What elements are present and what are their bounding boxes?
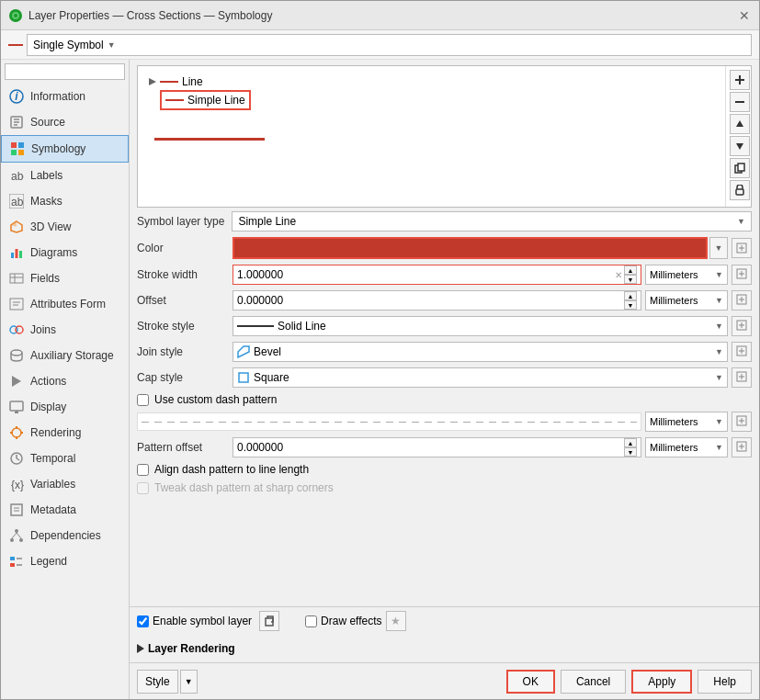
stroke-width-up-button[interactable]: ▲ xyxy=(624,265,637,275)
color-label: Color xyxy=(137,242,229,254)
remove-symbol-button[interactable] xyxy=(730,92,750,112)
svg-rect-54 xyxy=(10,563,15,567)
sidebar-item-legend[interactable]: Legend xyxy=(1,548,129,574)
masks-icon: abc xyxy=(8,193,25,209)
sidebar-item-label: Metadata xyxy=(30,503,76,516)
color-swatch[interactable] xyxy=(233,237,708,259)
sidebar-item-label: Variables xyxy=(30,478,75,491)
auxiliary-storage-icon xyxy=(8,347,25,364)
stroke-style-line-preview xyxy=(237,325,274,327)
bottom-area: Enable symbol layer Draw effects ★ xyxy=(130,606,759,638)
enable-symbol-layer-checkbox[interactable] xyxy=(137,615,149,627)
offset-input[interactable] xyxy=(237,294,624,307)
ok-button[interactable]: OK xyxy=(506,670,555,694)
line-label: Line xyxy=(182,75,203,88)
pattern-offset-data-defined-button[interactable] xyxy=(732,437,752,457)
sidebar-item-source[interactable]: Source xyxy=(1,109,129,135)
stroke-width-data-defined-button[interactable] xyxy=(732,265,752,285)
sidebar-item-dependencies[interactable]: Dependencies xyxy=(1,523,129,548)
align-dash-row: Align dash pattern to line length xyxy=(137,463,752,476)
sidebar-item-metadata[interactable]: Metadata xyxy=(1,497,129,523)
pattern-offset-unit-dropdown[interactable]: Millimeters ▼ xyxy=(645,437,728,457)
sidebar-search-input[interactable] xyxy=(5,63,125,80)
add-symbol-button[interactable] xyxy=(730,70,750,90)
color-data-defined-button[interactable] xyxy=(732,238,752,258)
stroke-width-clear-button[interactable]: ✕ xyxy=(615,270,622,280)
offset-unit-dropdown[interactable]: Millimeters ▼ xyxy=(645,290,728,310)
stroke-width-input[interactable] xyxy=(237,268,615,281)
custom-dash-row: Use custom dash pattern xyxy=(137,393,752,406)
symbol-tree-simple-line-item[interactable]: Simple Line xyxy=(160,90,251,110)
draw-effects-row: Draw effects ★ xyxy=(305,611,405,631)
sidebar-item-joins[interactable]: Joins xyxy=(1,317,129,343)
stroke-width-unit-dropdown[interactable]: Millimeters ▼ xyxy=(645,265,728,285)
apply-button[interactable]: Apply xyxy=(631,670,692,694)
stroke-width-down-button[interactable]: ▼ xyxy=(624,275,637,284)
svg-marker-63 xyxy=(736,143,743,150)
style-button[interactable]: Style xyxy=(137,670,178,694)
symbol-tree-line-item[interactable]: Line xyxy=(145,73,718,90)
sidebar-item-labels[interactable]: abc Labels xyxy=(1,163,129,188)
svg-rect-11 xyxy=(18,142,24,148)
custom-dash-checkbox[interactable] xyxy=(137,394,149,406)
offset-down-button[interactable]: ▼ xyxy=(624,300,637,310)
fields-icon xyxy=(8,270,25,287)
sidebar-item-label: Information xyxy=(30,90,85,103)
cap-style-data-defined-button[interactable] xyxy=(732,367,752,388)
sidebar-item-attributes-form[interactable]: Attributes Form xyxy=(1,291,129,317)
tweak-dash-checkbox[interactable] xyxy=(137,482,149,494)
pattern-offset-input[interactable] xyxy=(237,441,624,454)
move-down-button[interactable] xyxy=(730,136,750,156)
join-style-dropdown[interactable]: Bevel ▼ xyxy=(233,342,728,362)
svg-text:{x}: {x} xyxy=(11,479,24,491)
color-dropdown-button[interactable]: ▼ xyxy=(709,237,728,259)
pattern-offset-down-button[interactable]: ▼ xyxy=(624,447,637,457)
style-arrow-button[interactable]: ▼ xyxy=(180,670,198,694)
sidebar-item-label: Legend xyxy=(30,555,67,568)
dash-unit-dropdown[interactable]: Millimeters ▼ xyxy=(645,412,728,432)
draw-effects-settings-button[interactable]: ★ xyxy=(386,611,406,631)
offset-data-defined-button[interactable] xyxy=(732,290,752,310)
pattern-offset-up-button[interactable]: ▲ xyxy=(624,438,637,447)
stroke-style-data-defined-button[interactable] xyxy=(732,316,752,336)
symbol-layer-type-dropdown[interactable]: Simple Line ▼ xyxy=(232,211,752,231)
stroke-style-dropdown[interactable]: Solid Line ▼ xyxy=(233,316,728,336)
dependencies-icon xyxy=(8,527,25,544)
offset-up-button[interactable]: ▲ xyxy=(624,291,637,300)
sidebar-item-temporal[interactable]: Temporal xyxy=(1,446,129,471)
align-dash-checkbox[interactable] xyxy=(137,464,149,476)
svg-line-51 xyxy=(17,533,21,538)
stroke-style-label: Stroke style xyxy=(137,320,229,333)
paste-effects-button[interactable] xyxy=(259,611,279,631)
sidebar-item-3dview[interactable]: 3D View xyxy=(1,214,129,240)
layer-rendering-header: Layer Rendering xyxy=(137,642,752,655)
sidebar-item-label: Joins xyxy=(30,323,56,336)
svg-point-29 xyxy=(16,326,23,333)
sidebar-item-rendering[interactable]: Rendering xyxy=(1,420,129,446)
sidebar-item-auxiliary-storage[interactable]: Auxiliary Storage xyxy=(1,343,129,368)
sidebar-item-diagrams[interactable]: Diagrams xyxy=(1,240,129,265)
display-icon xyxy=(8,399,25,415)
sidebar-item-fields[interactable]: Fields xyxy=(1,265,129,291)
svg-rect-44 xyxy=(11,504,22,515)
sidebar-item-symbology[interactable]: Symbology xyxy=(1,135,129,163)
move-up-button[interactable] xyxy=(730,114,750,134)
draw-effects-checkbox[interactable] xyxy=(305,615,317,627)
cancel-button[interactable]: Cancel xyxy=(561,670,626,694)
sidebar-item-information[interactable]: i Information xyxy=(1,84,129,109)
symbol-type-dropdown[interactable]: Single Symbol ▼ xyxy=(27,34,752,56)
help-button[interactable]: Help xyxy=(698,670,752,694)
sidebar-item-actions[interactable]: Actions xyxy=(1,368,129,394)
join-style-data-defined-button[interactable] xyxy=(732,342,752,362)
close-button[interactable]: ✕ xyxy=(737,8,752,23)
sidebar-item-label: Dependencies xyxy=(30,529,101,542)
sidebar-item-display[interactable]: Display xyxy=(1,394,129,420)
sidebar-item-masks[interactable]: abc Masks xyxy=(1,188,129,214)
cap-style-dropdown[interactable]: Square ▼ xyxy=(233,367,728,388)
stroke-style-row: Stroke style Solid Line ▼ xyxy=(137,316,752,336)
sidebar-item-variables[interactable]: {x} Variables xyxy=(1,471,129,497)
lock-button[interactable] xyxy=(730,180,750,200)
layer-rendering-section: Layer Rendering xyxy=(130,638,759,662)
dash-data-defined-button[interactable] xyxy=(732,412,752,432)
duplicate-button[interactable] xyxy=(730,158,750,178)
